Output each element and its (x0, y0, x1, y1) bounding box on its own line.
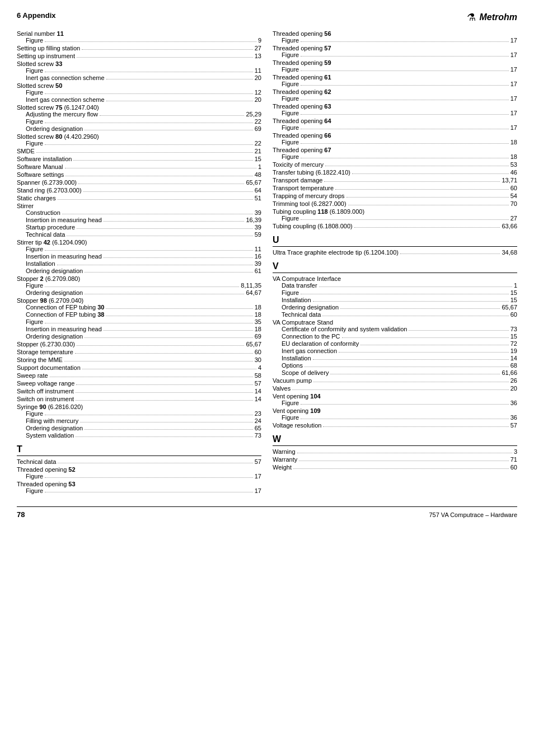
dots (82, 364, 256, 369)
entry-main-row: Threaded opening 61 (273, 74, 517, 81)
entry-title: Threaded opening 62 (273, 88, 331, 95)
dots (301, 153, 509, 158)
index-entry: Threaded opening 63Figure17 (273, 103, 517, 116)
section-letter-T: T (17, 444, 261, 456)
entry-page: 65,67 (246, 341, 261, 348)
sub-entry: Inert gas connection19 (273, 348, 517, 354)
entry-page: 21 (255, 148, 261, 154)
sub-page: 17 (510, 66, 517, 73)
dots (301, 400, 509, 405)
entry-main-row: Switch off instrument14 (17, 388, 261, 395)
sub-page: 59 (255, 231, 261, 238)
index-entry: StirrerConstruction39Insertion in measur… (17, 203, 261, 238)
entry-page: 14 (255, 396, 261, 402)
dots (292, 385, 509, 390)
entry-page: 13 (255, 53, 261, 59)
index-entry: Stopper (6.2730.030)65,67 (17, 341, 261, 348)
sub-title: Figure (282, 400, 299, 406)
entry-title: Threaded opening 59 (273, 59, 331, 66)
entry-title: Warranty (273, 456, 297, 463)
entry-title: Slotted screw 75 (6.1247.040) (17, 104, 99, 111)
dots (301, 95, 509, 100)
entry-main-row: Threaded opening 52 (17, 466, 261, 473)
dots (57, 260, 253, 265)
entry-page: 64 (255, 187, 261, 194)
entry-main-row: Storing the MME30 (17, 356, 261, 363)
index-entry: Threaded opening 53Figure17 (17, 481, 261, 494)
sub-title: Figure (282, 289, 299, 296)
entry-page: 65,67 (246, 179, 261, 186)
index-entry: Static charges51 (17, 195, 261, 201)
dots (360, 340, 509, 345)
sub-title: Figure (282, 414, 299, 421)
sub-title: Insertion in measuring head (26, 326, 102, 332)
sub-entry: Connection of FEP tubing 3818 (17, 311, 261, 318)
sub-page: 36 (510, 400, 517, 406)
sub-title: Figure (282, 37, 299, 44)
entry-title: Threaded opening 53 (17, 481, 76, 487)
entry-title: Transport temperature (273, 185, 334, 191)
sub-title: Installation (282, 297, 311, 303)
dots (67, 231, 252, 236)
index-entry: Threaded opening 59Figure17 (273, 59, 517, 73)
sub-page: 17 (255, 487, 261, 494)
entry-main-row: Transfer tubing (6.1822.410)46 (273, 169, 517, 176)
dots (45, 473, 253, 478)
entry-page: 46 (510, 169, 517, 176)
dots (301, 81, 509, 86)
sub-entry: Insertion in measuring head16 (17, 253, 261, 260)
entry-title: Slotted screw 50 (17, 82, 62, 89)
entry-page: 4 (258, 364, 261, 371)
dots (45, 140, 253, 145)
sub-entry: Startup procedure39 (17, 224, 261, 231)
sub-title: Figure (26, 487, 43, 494)
dots (104, 326, 253, 331)
dots (324, 177, 500, 182)
section-letter-U: U (273, 235, 517, 247)
entry-main-row: Threaded opening 67 (273, 147, 517, 153)
sub-title: EU declaration of conformity (282, 340, 359, 347)
sub-page: 17 (510, 37, 517, 44)
sub-title: Ordering designation (26, 425, 83, 431)
index-entry: Threaded opening 61Figure17 (273, 74, 517, 87)
right-column: Threaded opening 56Figure17Threaded open… (273, 30, 517, 495)
sub-title: Figure (282, 124, 299, 131)
entry-main-row: Storage temperature60 (17, 349, 261, 355)
entry-title: Slotted screw 33 (17, 60, 62, 67)
sub-page: 39 (255, 209, 261, 216)
sub-title: Figure (282, 66, 299, 73)
sub-entry: System validation73 (17, 432, 261, 439)
sub-page: 15 (510, 333, 517, 340)
dots (100, 111, 244, 116)
entry-title: Threaded opening 66 (273, 132, 331, 139)
entry-page: 34,68 (502, 249, 517, 256)
sub-page: 24 (255, 417, 261, 424)
sub-entry: Figure17 (273, 51, 517, 58)
sub-entry: Ordering designation65,67 (273, 304, 517, 311)
entry-page: 48 (255, 171, 261, 178)
entry-main-row: Threaded opening 56 (273, 30, 517, 37)
entry-main-row: Transport temperature60 (273, 185, 517, 191)
dots (77, 53, 253, 58)
sub-entry: Connection to the PC15 (273, 333, 517, 340)
index-entry: Switch off instrument14 (17, 388, 261, 395)
dots (293, 464, 509, 469)
index-entry: Serial number 11Figure9 (17, 30, 261, 44)
dots (400, 249, 500, 254)
entry-page: 20 (510, 385, 517, 392)
sub-entry: Figure23 (17, 410, 261, 417)
sub-title: Figure (26, 318, 43, 325)
sub-entry: Adjusting the mercury flow25,29 (17, 111, 261, 118)
index-entry: Setting up instrument13 (17, 53, 261, 59)
sub-page: 64,67 (246, 289, 261, 296)
entry-main-row: Threaded opening 63 (273, 103, 517, 110)
entry-title: Threaded opening 52 (17, 466, 76, 473)
entry-page: 27 (255, 45, 261, 51)
entry-title: Vent opening 104 (273, 393, 321, 400)
entry-title: Tubing coupling (6.1808.000) (273, 223, 353, 229)
entry-main-row: Weight60 (273, 464, 517, 471)
index-entry: Spanner (6.2739.000)65,67 (17, 179, 261, 186)
index-entry: Warranty71 (273, 456, 517, 463)
entry-page: 13,71 (502, 177, 517, 184)
entry-page: 1 (258, 163, 261, 170)
